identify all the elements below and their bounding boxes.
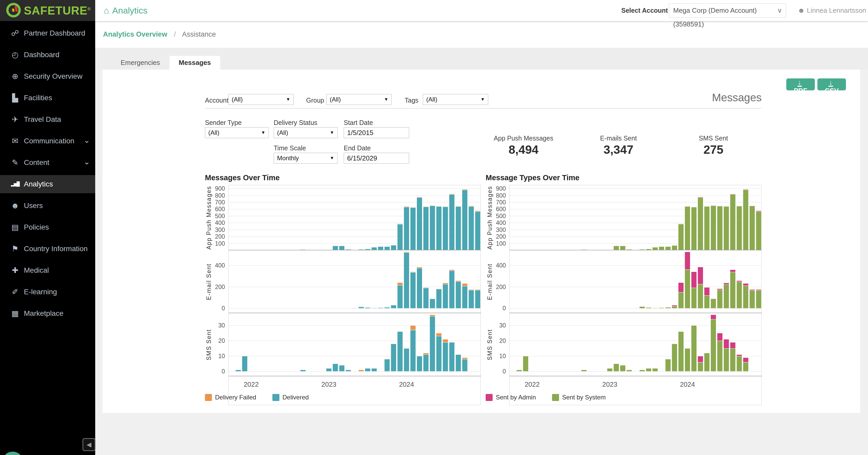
sidebar-item-users[interactable]: ☻ Users (0, 197, 95, 215)
x-axis-tick: 2022 (244, 380, 259, 389)
end-date-input[interactable]: 6/15/2029 (344, 153, 409, 164)
user-menu[interactable]: ☻Linnea Lennartsson▾ (798, 0, 868, 21)
svg-text:800: 800 (215, 192, 225, 199)
svg-text:0: 0 (221, 368, 225, 375)
sender-type-select[interactable]: (All)▼ (205, 127, 269, 138)
svg-text:100: 100 (215, 240, 225, 247)
stat-block: App Push Messages 8,494 (476, 135, 571, 161)
breadcrumb-current: Assistance (182, 30, 216, 38)
group-filter-select[interactable]: (All)▼ (327, 94, 392, 105)
export-pdf-button[interactable]: ↓PDF (786, 79, 815, 90)
breadcrumb-link[interactable]: Analytics Overview (103, 30, 167, 38)
brand-wordmark: SAFETURE® (24, 4, 91, 17)
time-scale-label: Time Scale (274, 144, 306, 152)
start-date-input[interactable]: 1/5/2015 (344, 127, 409, 138)
svg-text:700: 700 (215, 199, 225, 206)
tab-emergencies[interactable]: Emergencies (111, 56, 169, 69)
x-axis-tick: 2024 (680, 380, 695, 389)
stat-value: 8,494 (476, 143, 571, 157)
caret-down-icon: ▼ (330, 153, 334, 163)
divider (205, 108, 762, 109)
svg-text:400: 400 (496, 262, 506, 269)
sidebar-item-security-overview[interactable]: ⊕ Security Overview (0, 67, 95, 85)
gauge-icon: ◴ (9, 46, 21, 64)
export-csv-button[interactable]: ↓CSV (817, 79, 846, 90)
start-date-label: Start Date (344, 119, 373, 126)
delivery-status-select[interactable]: (All)▼ (274, 127, 338, 138)
brand-logo: SAFETURE® (0, 0, 95, 21)
sidebar-item-content[interactable]: ✎ Content ⌄ (0, 153, 95, 172)
account-filter-select[interactable]: (All)▼ (228, 94, 293, 105)
download-icon: ↓ (829, 79, 833, 87)
sidebar-item-travel-data[interactable]: ✈ Travel Data (0, 110, 95, 129)
sidebar-item-medical[interactable]: ✚ Medical (0, 261, 95, 279)
handshake-icon: ☍ (9, 24, 21, 42)
svg-text:E-mail Sent: E-mail Sent (487, 264, 493, 300)
x-axis-tick: 2022 (525, 380, 539, 389)
sidebar-item-policies[interactable]: ▤ Policies (0, 218, 95, 236)
tab-strip: EmergenciesMessages (111, 56, 220, 69)
stat-block: SMS Sent 275 (666, 135, 761, 161)
stat-label: App Push Messages (476, 135, 571, 142)
legend-label: Sent by Admin (496, 394, 536, 401)
svg-text:200: 200 (215, 284, 225, 290)
sidebar-item-communication[interactable]: ✉ Communication ⌄ (0, 132, 95, 150)
home-icon: ⌂ (104, 5, 109, 15)
tags-filter-select[interactable]: (All)▼ (423, 94, 488, 105)
sidebar-item-dashboard[interactable]: ◴ Dashboard (0, 46, 95, 64)
chevron-down-icon: ∨ (777, 4, 782, 18)
breadcrumb: Analytics Overview / Assistance (103, 21, 216, 48)
edit-icon: ✎ (9, 153, 21, 172)
svg-text:100: 100 (496, 240, 506, 247)
medical-icon: ✚ (9, 261, 21, 279)
subchart-sms-sent: 0102030SMS Sent (509, 313, 762, 376)
select-account-label: Select Account (621, 0, 668, 21)
subchart-app-push-messages: 100200300400500600700800900App Push Mess… (509, 185, 762, 250)
chevron-down-icon: ⌄ (84, 132, 90, 150)
message-types-over-time-chart: 100200300400500600700800900App Push Mess… (509, 185, 762, 405)
sidebar-item-analytics[interactable]: ▂▅█ Analytics (0, 175, 95, 193)
breadcrumb-row: Analytics Overview / Assistance (95, 21, 868, 48)
svg-text:SMS Sent: SMS Sent (487, 329, 493, 361)
sidebar-item-partner-dashboard[interactable]: ☍ Partner Dashboard (0, 24, 95, 42)
sidebar: ☍ Partner Dashboard ◴ Dashboard ⊕ Securi… (0, 21, 95, 455)
caret-down-icon: ▼ (330, 127, 334, 138)
sidebar-item-facilities[interactable]: ▙ Facilities (0, 89, 95, 107)
end-date-label: End Date (344, 144, 371, 152)
svg-text:0: 0 (502, 368, 506, 375)
svg-text:10: 10 (499, 353, 506, 360)
sidebar-item-marketplace[interactable]: ▦ Marketplace (0, 304, 95, 322)
stat-label: SMS Sent (666, 135, 761, 142)
svg-text:500: 500 (496, 213, 506, 220)
svg-text:E-mail Sent: E-mail Sent (206, 264, 212, 300)
svg-text:200: 200 (496, 284, 506, 290)
account-select[interactable]: Mega Corp (Demo Account) (3598591) ∨ (669, 3, 786, 18)
sidebar-collapse-button[interactable]: ◀ (83, 438, 95, 451)
legend-item: Sent by Admin (486, 394, 536, 401)
svg-text:900: 900 (215, 185, 225, 192)
legend-item: Delivery Failed (205, 394, 256, 401)
list-icon: ▤ (9, 218, 21, 236)
time-scale-select[interactable]: Monthly▼ (274, 153, 338, 164)
help-button[interactable]: ? (2, 452, 23, 455)
svg-text:10: 10 (218, 353, 225, 360)
svg-text:400: 400 (215, 220, 225, 226)
sidebar-item-country-information[interactable]: ⚑ Country Information (0, 240, 95, 258)
content-card: ↓PDF ↓CSV Account (All)▼ Group (All)▼ Ta… (102, 69, 860, 413)
x-axis-year-labels: 202220232024 (509, 376, 762, 405)
chart-title: Message Types Over Time (486, 173, 580, 182)
globe-icon: ⊕ (9, 67, 21, 85)
svg-text:700: 700 (496, 199, 506, 206)
sidebar-item-e-learning[interactable]: ✐ E-learning (0, 283, 95, 301)
logo-bar-icon (14, 6, 18, 12)
tags-filter-label: Tags (405, 96, 418, 104)
top-header: SAFETURE® ⌂Analytics Select Account Mega… (0, 0, 868, 21)
tab-messages[interactable]: Messages (169, 56, 220, 69)
svg-text:0: 0 (502, 305, 506, 312)
svg-text:App Push Messages: App Push Messages (206, 186, 212, 250)
page-title: ⌂Analytics (104, 0, 148, 21)
caret-down-icon: ▼ (286, 94, 290, 105)
svg-text:600: 600 (496, 206, 506, 212)
user-icon: ☻ (798, 6, 805, 14)
caret-down-icon: ▼ (480, 94, 485, 105)
